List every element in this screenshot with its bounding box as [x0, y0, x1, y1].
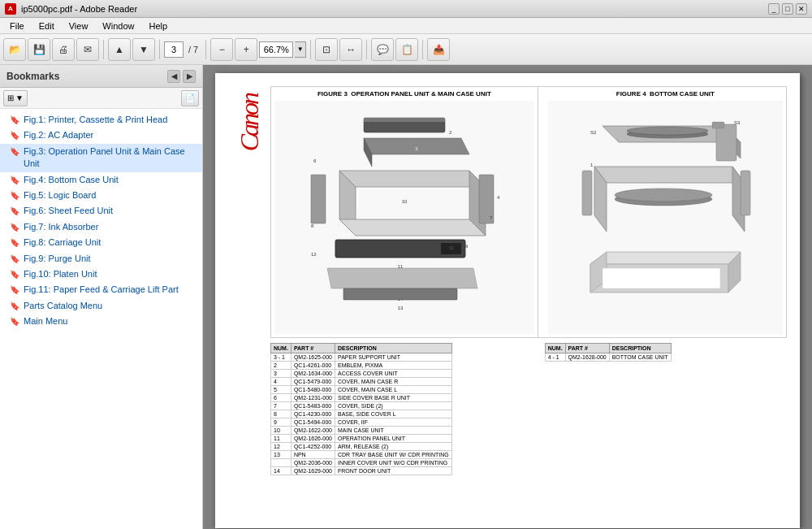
svg-marker-10 — [339, 219, 486, 236]
stamp-button[interactable]: 📋 — [395, 38, 418, 61]
svg-rect-22 — [343, 288, 457, 300]
figure-3: FIGURE 3 OPERATION PANEL UNIT & MAIN CAS… — [271, 87, 538, 337]
page-number-input[interactable] — [164, 41, 184, 58]
open-button[interactable]: 📂 — [3, 38, 26, 61]
table-row: 6QM2-1231-000SIDE COVER BASE R UNIT — [271, 394, 452, 402]
page-total: / 7 — [185, 45, 201, 54]
table-row: 7QC1-5483-000COVER, SIDE (2) — [271, 402, 452, 410]
bookmark-item-fig11[interactable]: 🔖 Fig.11: Paper Feed & Carriage Lift Par… — [0, 282, 202, 297]
table-row: 2QC1-4261-000EMBLEM, PIXMA — [271, 362, 452, 370]
zoom-input[interactable] — [259, 41, 293, 58]
sidebar-collapse-button[interactable]: ◀ — [167, 70, 180, 83]
zoom-out-button[interactable]: − — [210, 38, 233, 61]
bookmark-icon: 🔖 — [10, 222, 19, 233]
parts-table-fig4: NUM. PART # DESCRIPTION 4 - 1QM2-1628-00… — [545, 343, 672, 362]
bookmark-icon: 🔖 — [10, 130, 19, 141]
bookmark-label-fig2: Fig.2: AC Adapter — [24, 129, 93, 141]
sidebar-title: Bookmarks — [6, 71, 59, 82]
bookmark-item-fig2[interactable]: 🔖 Fig.2: AC Adapter — [0, 128, 202, 143]
bookmark-icon: 🔖 — [10, 301, 19, 312]
export-button[interactable]: 📤 — [427, 38, 450, 61]
bookmark-label-fig10: Fig.10: Platen Unit — [24, 268, 97, 280]
col-part-header-4: PART # — [565, 344, 609, 353]
sidebar-expand-button[interactable]: ▶ — [183, 70, 196, 83]
table-row: 3 - 1QM2-1625-000PAPER SUPPORT UNIT — [271, 353, 452, 362]
bookmark-icon: 🔖 — [10, 284, 19, 296]
sidebar: Bookmarks ◀ ▶ ⊞ ▼ 📄 🔖 Fig.1: Printer, Ca… — [0, 65, 203, 529]
nav-down-button[interactable]: ▼ — [132, 38, 155, 61]
pdf-logo-column: Canon — [228, 86, 270, 515]
col-desc-header-4: DESCRIPTION — [609, 344, 671, 353]
bookmark-label-fig7: Fig.7: Ink Absorber — [24, 221, 98, 233]
minimize-button[interactable]: _ — [768, 3, 780, 15]
pdf-page: Canon FIGURE 3 OPERATION PANEL UNIT & MA… — [215, 73, 800, 528]
fit-width-button[interactable]: ↔ — [339, 38, 362, 61]
maximize-button[interactable]: □ — [782, 3, 793, 15]
menu-view[interactable]: View — [63, 20, 95, 33]
close-button[interactable]: ✕ — [796, 3, 807, 15]
bookmark-icon: 🔖 — [10, 190, 19, 202]
window-controls: _ □ ✕ — [768, 3, 807, 15]
bookmark-item-fig8[interactable]: 🔖 Fig.8: Carriage Unit — [0, 235, 202, 250]
svg-marker-40 — [594, 167, 745, 183]
menu-help[interactable]: Help — [142, 20, 174, 33]
table-row: QM2-2036-000INNER COVER UNIT W/O CDR PRI… — [271, 459, 452, 467]
svg-text:13: 13 — [398, 306, 404, 310]
bookmark-item-fig1[interactable]: 🔖 Fig.1: Printer, Cassette & Print Head — [0, 112, 202, 128]
bookmark-label-parts-menu: Parts Catalog Menu — [24, 300, 102, 312]
email-button[interactable]: ✉ — [76, 38, 99, 61]
comment-button[interactable]: 💬 — [371, 38, 394, 61]
menu-file[interactable]: File — [3, 20, 31, 33]
bookmark-icon: 🔖 — [10, 237, 19, 249]
table-row: 3QM2-1634-000ACCESS COVER UNIT — [271, 370, 452, 378]
separator-1 — [103, 40, 104, 59]
figure-4: FIGURE 4 BOTTOM CASE UNIT — [545, 87, 786, 337]
figure-3-svg: 1 3 — [307, 114, 502, 321]
separator-2 — [159, 40, 160, 59]
pdf-viewer[interactable]: Canon FIGURE 3 OPERATION PANEL UNIT & MA… — [203, 65, 812, 529]
svg-rect-2 — [364, 118, 445, 122]
table-fig4-container: NUM. PART # DESCRIPTION 4 - 1QM2-1628-00… — [545, 343, 787, 515]
col-desc-header: DESCRIPTION — [335, 344, 451, 353]
menu-edit[interactable]: Edit — [32, 20, 61, 33]
svg-marker-7 — [339, 171, 486, 187]
nav-up-button[interactable]: ▲ — [108, 38, 131, 61]
bookmark-item-fig6[interactable]: 🔖 Fig.6: Sheet Feed Unit — [0, 203, 202, 219]
col-num-header-4: NUM. — [545, 344, 565, 353]
fit-page-button[interactable]: ⊡ — [315, 38, 338, 61]
bookmark-icon: 🔖 — [10, 175, 19, 186]
bookmark-item-parts-menu[interactable]: 🔖 Parts Catalog Menu — [0, 298, 202, 314]
bookmark-item-fig4[interactable]: 🔖 Fig.4: Bottom Case Unit — [0, 172, 202, 188]
bookmark-item-fig9[interactable]: 🔖 Fig.9: Purge Unit — [0, 251, 202, 267]
bookmark-item-fig10[interactable]: 🔖 Fig.10: Platen Unit — [0, 267, 202, 282]
bookmark-item-fig7[interactable]: 🔖 Fig.7: Ink Absorber — [0, 219, 202, 235]
bookmark-item-fig5[interactable]: 🔖 Fig.5: Logic Board — [0, 188, 202, 203]
bookmark-label-fig9: Fig.9: Purge Unit — [24, 253, 91, 265]
bookmark-icon: 🔖 — [10, 115, 19, 126]
figure-4-title: FIGURE 4 BOTTOM CASE UNIT — [548, 90, 783, 98]
print-button[interactable]: 🖨 — [52, 38, 75, 61]
table-row: 10QM2-1622-000MAIN CASE UNIT — [271, 427, 452, 435]
toolbar: 📂 💾 🖨 ✉ ▲ ▼ / 7 − + ▼ ⊡ ↔ 💬 📋 📤 — [0, 34, 812, 65]
menu-window[interactable]: Window — [96, 20, 140, 33]
zoom-dropdown[interactable]: ▼ — [295, 41, 306, 58]
bookmark-item-fig3[interactable]: 🔖 Fig.3: Operation Panel Unit & Main Cas… — [0, 144, 202, 172]
figure-4-image: S2 S3 1 — [548, 101, 783, 334]
save-button[interactable]: 💾 — [28, 38, 50, 61]
zoom-in-button[interactable]: + — [235, 38, 257, 61]
sidebar-options-button[interactable]: ⊞ ▼ — [3, 90, 28, 106]
pdf-tables-row: NUM. PART # DESCRIPTION 3 - 1QM2-1625-00… — [270, 343, 787, 515]
canon-logo: Canon — [235, 94, 265, 151]
table-row: 11QM2-1626-000OPERATION PANEL UNIT — [271, 435, 452, 443]
bookmark-label-fig1: Fig.1: Printer, Cassette & Print Head — [24, 114, 167, 126]
col-num-header: NUM. — [271, 344, 292, 353]
table-row: 9QC1-5494-000COVER, IIF — [271, 418, 452, 427]
pdf-figures-row: FIGURE 3 OPERATION PANEL UNIT & MAIN CAS… — [270, 86, 787, 338]
sidebar-header: Bookmarks ◀ ▶ — [0, 65, 202, 88]
bookmark-label-fig11: Fig.11: Paper Feed & Carriage Lift Part — [24, 284, 179, 296]
separator-3 — [205, 40, 206, 59]
sidebar-new-button[interactable]: 📄 — [181, 90, 199, 106]
bookmark-list: 🔖 Fig.1: Printer, Cassette & Print Head … — [0, 109, 202, 529]
bookmark-item-main-menu[interactable]: 🔖 Main Menu — [0, 314, 202, 329]
window-title: ip5000pc.pdf - Adobe Reader — [21, 4, 137, 14]
